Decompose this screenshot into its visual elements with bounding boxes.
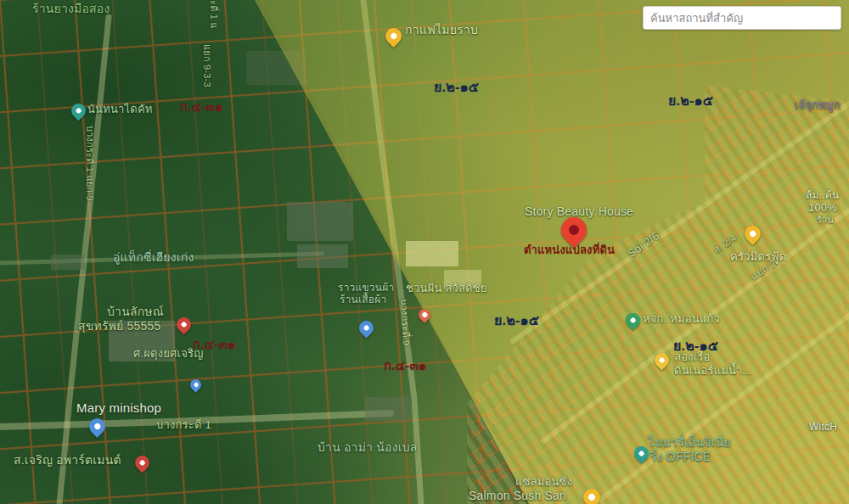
pin-mornkaew[interactable]	[626, 313, 640, 328]
map-viewport[interactable]: ร้านยางมือสองบางกระดี่ 1 แแยก 9-3-3กาแฟไ…	[0, 0, 849, 504]
pin-parcel-location-marker[interactable]	[561, 217, 587, 243]
pin-nanthana[interactable]	[71, 104, 86, 118]
search-box[interactable]	[643, 6, 841, 30]
pin-lodging-baanlak[interactable]	[177, 317, 191, 332]
search-input[interactable]	[644, 7, 841, 29]
pin-shopping-chuanfan[interactable]	[359, 321, 374, 335]
pin-restaurant-salmon[interactable]	[583, 489, 600, 504]
pin-grocery-mary[interactable]	[89, 418, 105, 434]
pin-lodging-scharoen[interactable]	[135, 456, 149, 470]
pin-small-blue[interactable]	[190, 379, 201, 390]
map-pin-layer	[0, 0, 849, 504]
pin-longruea[interactable]	[655, 353, 669, 367]
pin-restaurant-coffee[interactable]	[385, 28, 402, 44]
pin-binary-office[interactable]	[634, 446, 649, 461]
pin-poi-chuanfan[interactable]	[419, 309, 430, 321]
pin-restaurant-kruamit[interactable]	[745, 226, 761, 242]
